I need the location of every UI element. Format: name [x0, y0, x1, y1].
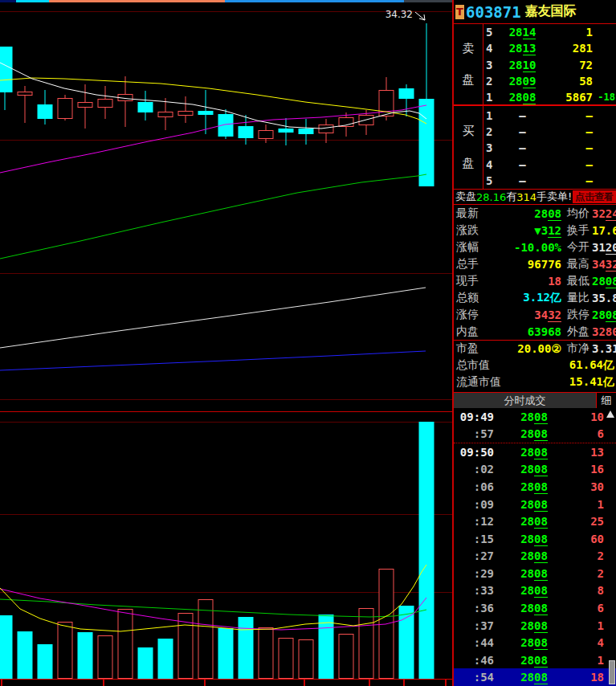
tape-row[interactable]: :4428084: [454, 634, 616, 651]
tape-volume: 60: [574, 533, 616, 545]
sell-row[interactable]: 2280958: [483, 73, 616, 89]
tape-time: :54: [454, 671, 494, 684]
alert-text: 28.16: [476, 191, 506, 203]
level-number: 5: [483, 26, 499, 39]
stat-row: 现手18最低2808: [454, 272, 616, 289]
bid-price: —: [499, 141, 546, 154]
sell-row[interactable]: 3281072: [483, 57, 616, 73]
tape-row[interactable]: :15280860: [454, 530, 616, 548]
stat-label: 总额: [456, 291, 481, 305]
stat-label: 涨停: [456, 308, 481, 322]
tape-price: 2808: [494, 619, 574, 632]
tape-row[interactable]: :54280818: [454, 668, 616, 686]
buy-row[interactable]: 2——: [483, 124, 616, 140]
tape-row[interactable]: :06280830: [454, 478, 616, 496]
buy-row[interactable]: 3——: [483, 140, 616, 156]
stat-label: 外盘: [567, 325, 592, 339]
tape-volume: 4: [574, 636, 616, 649]
tape-volume: 6: [574, 602, 616, 615]
stat-value: 20.00②: [481, 342, 561, 355]
ask-volume: 5867: [546, 91, 593, 104]
tape-row[interactable]: :2928082: [454, 565, 616, 582]
peak-arrow-icon: [415, 12, 425, 20]
tape-time: :57: [454, 427, 494, 440]
tape-row[interactable]: :3628086: [454, 599, 616, 617]
tape-row[interactable]: :0928081: [454, 496, 616, 513]
stock-code: 603871: [466, 3, 521, 21]
tape-volume: 2: [574, 567, 616, 580]
chart-area[interactable]: 34.32: [0, 0, 452, 686]
sell-row[interactable]: 128085867-18: [483, 89, 616, 105]
tape-row[interactable]: :02280816: [454, 461, 616, 479]
tape-price: 2808: [494, 427, 574, 440]
tape-time: :09: [454, 498, 494, 511]
stat-value: 3224: [592, 207, 616, 220]
view-details-button[interactable]: 点击查看: [573, 190, 616, 203]
tape-time: 09:49: [454, 410, 494, 423]
level-number: 2: [483, 125, 499, 138]
bid-price: —: [499, 109, 546, 122]
tape-price: 2808: [494, 654, 574, 667]
bid-volume: —: [546, 174, 593, 187]
scrollbar-thumb[interactable]: [609, 660, 615, 684]
tape-row[interactable]: :5728086: [454, 426, 616, 443]
level-number: 1: [483, 109, 499, 122]
tape-volume: 13: [574, 446, 616, 459]
stat-label: 总手: [456, 257, 481, 272]
stat-row: 涨停3432跌停2808: [454, 306, 616, 323]
tape-header-title: 分时成交: [454, 393, 596, 408]
bid-volume: —: [546, 109, 593, 122]
sell-row[interactable]: 528141: [483, 24, 616, 40]
tape-row[interactable]: :3728081: [454, 617, 616, 635]
tape-time: :06: [454, 480, 494, 493]
tape-price: 2808: [494, 515, 574, 528]
buy-row[interactable]: 4——: [483, 156, 616, 172]
stat-label: 跌停: [567, 308, 592, 322]
tape-row[interactable]: :12280825: [454, 512, 616, 530]
sell-order-alert-bar: 卖盘28.16有314手卖单! 点击查看: [454, 189, 616, 205]
stat-label: 最新: [456, 206, 481, 221]
bid-price: —: [499, 158, 546, 171]
stat-value: 2808: [592, 308, 616, 321]
tape-price: 2808: [494, 446, 574, 459]
stat-value: 17.63%: [592, 224, 616, 237]
stat-value: 96776: [481, 258, 561, 271]
tape-row[interactable]: 09:49280810: [454, 408, 616, 426]
stat-value: 32808: [592, 325, 616, 338]
tape-row[interactable]: :3328088: [454, 582, 616, 600]
tape-volume: 6: [574, 427, 616, 440]
scroll-up-icon[interactable]: [606, 410, 614, 418]
stat-label: 今开: [567, 240, 592, 255]
kline-volume-chart[interactable]: 34.32: [0, 0, 452, 686]
stat-row: 涨跌▼312换手17.63%: [454, 222, 616, 239]
stat-value: ▼312: [481, 224, 561, 237]
tape-time: :36: [454, 602, 494, 615]
alert-text: 有: [506, 190, 516, 204]
ask-price: 2809: [499, 75, 546, 88]
buy-row[interactable]: 5——: [483, 173, 616, 189]
ask-price: 2810: [499, 59, 546, 71]
buy-row[interactable]: 1——: [483, 107, 616, 123]
tape-price: 2808: [494, 567, 574, 580]
alert-text: 手卖单!: [536, 190, 572, 204]
level-number: 4: [483, 158, 499, 171]
bid-volume: —: [546, 141, 593, 154]
ask-volume: 58: [546, 75, 593, 88]
tape-time: :33: [454, 584, 494, 597]
tape-row[interactable]: :2728082: [454, 548, 616, 566]
stat-value: 63968: [481, 325, 561, 338]
stat-value: 3.12亿: [481, 291, 561, 305]
t-badge-icon: T: [455, 5, 464, 19]
stat-label: 流通市值: [456, 375, 501, 390]
ask-volume: 281: [546, 42, 593, 55]
trading-terminal: 34.32 T 603871 嘉友国际 卖盘 买盘 52814142813281…: [0, 0, 616, 686]
tape-row[interactable]: 09:50280813: [454, 443, 616, 461]
stat-label: 量比: [567, 291, 592, 305]
level-number: 3: [483, 59, 499, 71]
level-number: 4: [483, 42, 499, 55]
order-book-side-labels: 卖盘 买盘: [454, 24, 483, 189]
order-book: 卖盘 买盘 5281414281328132810722280958128085…: [454, 24, 616, 189]
tape-detail-button[interactable]: 细: [596, 393, 616, 408]
tape-row[interactable]: :4628081: [454, 651, 616, 669]
sell-row[interactable]: 42813281: [483, 40, 616, 56]
